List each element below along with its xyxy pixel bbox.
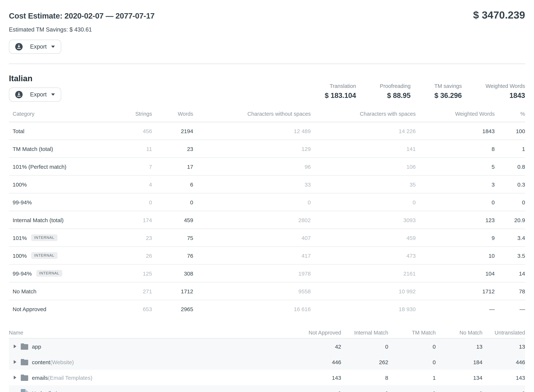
chars-without-spaces-value: 129 [193, 145, 311, 152]
folder-row-emails[interactable]: emails(Email Templates) 143 8 1 134 143 [9, 370, 525, 385]
column-header-internal-match: Internal Match [341, 330, 388, 336]
strings-value: 0 [107, 199, 152, 205]
chars-with-spaces-value: 2161 [311, 270, 416, 276]
untranslated-value: 9 [483, 390, 525, 392]
cost-summary: Translation $ 183.104 Proofreading $ 88.… [325, 83, 525, 100]
chars-with-spaces-value: 106 [311, 163, 416, 170]
weighted-words-value: 1843 [416, 128, 495, 134]
words-value: 76 [152, 252, 193, 259]
expand-caret-icon[interactable] [14, 345, 16, 348]
chars-with-spaces-value: 473 [311, 252, 416, 259]
chars-with-spaces-value: 0 [311, 199, 416, 205]
words-value: 459 [152, 217, 193, 223]
category-label: 100% [13, 252, 27, 259]
percent-value: 78 [495, 288, 525, 294]
page-title: Cost Estimate: 2020-02-07 — 2077-07-17 [9, 0, 155, 20]
weighted-words-value: 3 [416, 181, 495, 187]
chars-without-spaces-value: 2802 [193, 217, 311, 223]
stat-label: Weighted Words [486, 83, 525, 89]
chevron-down-icon [51, 93, 55, 96]
tm-match-value: 1 [388, 374, 436, 381]
file-row-umbrella-json[interactable]: JSON Umbrella.json 9 9 0 0 9 [9, 385, 525, 392]
strings-value: 7 [107, 163, 152, 170]
strings-value: 11 [107, 145, 152, 152]
category-label: 101% (Perfect match) [13, 163, 66, 170]
not-approved-value: 9 [289, 390, 341, 392]
tm-match-value: 0 [388, 390, 436, 392]
tm-match-value: 0 [388, 343, 436, 350]
report-header: Cost Estimate: 2020-02-07 — 2077-07-17 $… [0, 0, 534, 64]
no-match-value: 184 [436, 359, 483, 365]
weighted-words-value: 10 [416, 252, 495, 259]
weighted-words-value: 8 [416, 145, 495, 152]
cost-breakdown-table: Category Strings Words Characters withou… [9, 106, 525, 317]
stat-value: $ 183.104 [325, 92, 356, 100]
tm-match-value: 0 [388, 359, 436, 365]
chars-with-spaces-value: 3093 [311, 217, 416, 223]
percent-value: 0.8 [495, 163, 525, 170]
not-approved-value: 42 [289, 343, 341, 350]
folder-row-app[interactable]: app 42 0 0 13 13 [9, 339, 525, 354]
category-label: 99-94% [13, 270, 32, 276]
json-file-icon: JSON [21, 389, 28, 392]
strings-value: 456 [107, 128, 152, 134]
category-label: 99-94% [13, 199, 32, 205]
words-value: 17 [152, 163, 193, 170]
stat-value: $ 88.95 [380, 92, 410, 100]
strings-value: 26 [107, 252, 152, 259]
words-value: 6 [152, 181, 193, 187]
percent-value: 3.5 [495, 252, 525, 259]
strings-value: 271 [107, 288, 152, 294]
file-name: Umbrella.json [32, 390, 66, 392]
untranslated-value: 13 [483, 343, 525, 350]
internal-match-value: 8 [341, 374, 388, 381]
weighted-words-value: 9 [416, 235, 495, 241]
percent-value: 1 [495, 145, 525, 152]
file-note: (Email Templates) [48, 374, 93, 381]
column-header-strings: Strings [107, 111, 152, 117]
words-value: 308 [152, 270, 193, 276]
untranslated-value: 446 [483, 359, 525, 365]
files-table: Name Not Approved Internal Match TM Matc… [9, 327, 525, 392]
table-row: 101% INTERNAL 23 75 407 459 9 3.4 [9, 229, 525, 247]
table-row: No Match 271 1712 9558 10 992 1712 78 [9, 283, 525, 300]
no-match-value: 13 [436, 343, 483, 350]
export-button-label: Export [30, 91, 47, 98]
category-label: Internal Match (total) [13, 217, 64, 223]
weighted-words-value: 104 [416, 270, 495, 276]
chars-with-spaces-value: 10 992 [311, 288, 416, 294]
column-header-tm-match: TM Match [388, 330, 436, 336]
internal-badge: INTERNAL [31, 234, 57, 241]
internal-match-value: 9 [341, 390, 388, 392]
strings-value: 125 [107, 270, 152, 276]
expand-caret-icon[interactable] [14, 376, 16, 379]
percent-value: 0.3 [495, 181, 525, 187]
chars-with-spaces-value: 18 930 [311, 306, 416, 312]
not-approved-value: 446 [289, 359, 341, 365]
table-row: 100% INTERNAL 26 76 417 473 10 3.5 [9, 247, 525, 265]
percent-value: 14 [495, 270, 525, 276]
column-header-no-match: No Match [436, 330, 483, 336]
folder-row-content[interactable]: content(Website) 446 262 0 184 446 [9, 354, 525, 370]
not-approved-value: 143 [289, 374, 341, 381]
language-title: Italian [9, 74, 61, 84]
stat-proofreading: Proofreading $ 88.95 [380, 83, 410, 100]
category-label: 100% [13, 181, 27, 187]
file-name: app [32, 343, 41, 350]
category-label: No Match [13, 288, 36, 294]
no-match-value: 0 [436, 390, 483, 392]
table-row: Not Approved 653 2965 16 616 18 930 — — [9, 300, 525, 317]
folder-icon [21, 343, 28, 350]
percent-value: 100 [495, 128, 525, 134]
download-icon [15, 91, 23, 98]
language-export-button[interactable]: Export [9, 88, 61, 102]
export-button[interactable]: Export [9, 40, 61, 54]
chars-without-spaces-value: 96 [193, 163, 311, 170]
page: Cost Estimate: 2020-02-07 — 2077-07-17 $… [0, 0, 534, 392]
percent-value: 0 [495, 199, 525, 205]
stat-label: TM savings [434, 83, 462, 89]
internal-badge: INTERNAL [36, 270, 62, 277]
column-header-not-approved: Not Approved [289, 330, 341, 336]
file-note: (Website) [50, 359, 74, 365]
expand-caret-icon[interactable] [14, 360, 16, 364]
